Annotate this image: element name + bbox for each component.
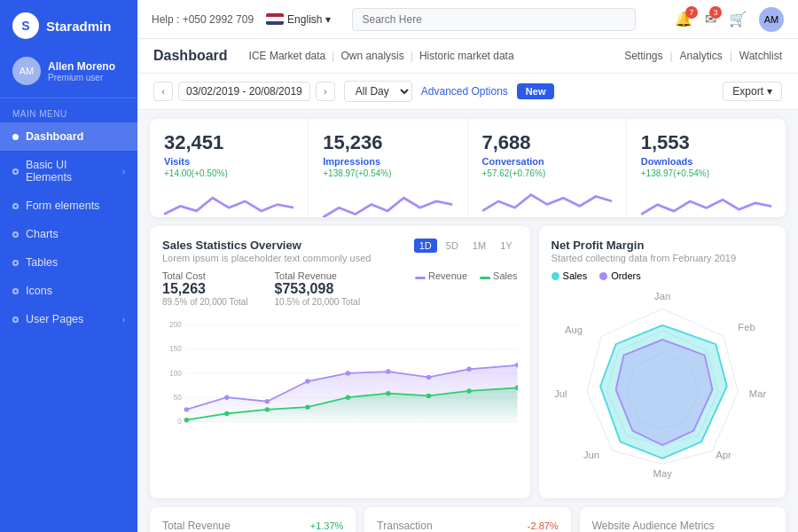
svg-text:50: 50: [174, 394, 183, 402]
cart-button[interactable]: 🛒: [729, 11, 747, 27]
prev-date-button[interactable]: ‹: [153, 82, 173, 101]
chevron-down-icon: ▾: [767, 85, 772, 98]
stat-change: +138.97(+0.54%): [323, 168, 452, 178]
sidebar-item-label: Form elements: [26, 200, 99, 212]
dashboard-actions: Settings | Analytics | Watchlist: [624, 50, 782, 62]
radar-sales-dot: [552, 272, 559, 280]
total-revenue-stat: Total Revenue $753,098 10.5% of 20,000 T…: [275, 270, 361, 307]
nav-icons: 🔔 7 ✉ 3 🛒 AM: [675, 7, 784, 32]
main-content: Help : +050 2992 709 English ▾ 🔔 7 ✉ 3 🛒…: [137, 0, 798, 532]
dashboard-tabs: ICE Market data | Own analysis | Histori…: [246, 48, 518, 64]
notification-badge: 7: [685, 6, 698, 19]
sparkline-svg: [641, 182, 771, 217]
menu-section-title: Main Menu: [0, 98, 137, 122]
stat-change: +57.62(+0.76%): [482, 168, 612, 178]
language-selector[interactable]: English ▾: [266, 13, 331, 26]
stat-change: +14.00(+0.50%): [164, 168, 293, 178]
period-1d[interactable]: 1D: [414, 239, 437, 253]
user-avatar-nav[interactable]: AM: [759, 7, 784, 32]
sidebar-item-dashboard[interactable]: Dashboard: [0, 122, 137, 151]
total-revenue-value: $753,098: [275, 281, 361, 297]
sidebar-item-charts[interactable]: Charts: [0, 220, 137, 248]
sidebar-item-form-elements[interactable]: Form elements: [0, 192, 137, 220]
sparkline-svg: [164, 182, 293, 217]
period-buttons: 1D 5D 1M 1Y: [414, 239, 518, 253]
analytics-link[interactable]: Analytics: [680, 50, 723, 62]
svg-point-11: [184, 407, 189, 411]
advanced-options-button[interactable]: Advanced Options: [421, 85, 508, 98]
stat-label: Visits: [164, 156, 293, 167]
stat-impressions: 15,236 Impressions +138.97(+0.54%): [309, 119, 467, 217]
time-filter-select[interactable]: All Day: [344, 81, 412, 102]
svg-point-23: [265, 407, 270, 411]
svg-point-16: [386, 369, 390, 373]
radar-orders-text: Orders: [611, 270, 641, 281]
sidebar-item-label: Charts: [26, 228, 59, 240]
svg-text:Apr: Apr: [716, 450, 732, 460]
search-input[interactable]: [352, 8, 636, 31]
sidebar-item-icons[interactable]: Icons: [0, 277, 137, 305]
menu-dot: [12, 317, 19, 323]
menu-dot: [12, 168, 19, 175]
svg-text:Jan: Jan: [654, 291, 670, 301]
watchlist-link[interactable]: Watchlist: [739, 50, 782, 62]
chevron-right-icon: ›: [122, 167, 125, 176]
mail-button[interactable]: ✉ 3: [705, 11, 716, 27]
sidebar-item-label: Icons: [26, 285, 52, 297]
sparkline-svg: [482, 182, 612, 217]
legend-sales: Sales: [480, 270, 518, 281]
next-date-button[interactable]: ›: [316, 82, 335, 101]
svg-text:Aug: Aug: [565, 325, 583, 335]
legend: Revenue Sales: [415, 270, 518, 281]
top-navbar: Help : +050 2992 709 English ▾ 🔔 7 ✉ 3 🛒…: [137, 0, 798, 39]
svg-point-17: [426, 375, 431, 379]
tab-ice-market[interactable]: ICE Market data: [246, 48, 330, 64]
svg-text:Jun: Jun: [583, 450, 599, 460]
period-5d[interactable]: 5D: [441, 239, 464, 253]
charts-row: Sales Statistics Overview Lorem ipsum is…: [137, 226, 798, 507]
language-label: English: [287, 13, 322, 26]
sidebar-item-user-pages[interactable]: User Pages ›: [0, 305, 137, 333]
period-1m[interactable]: 1M: [467, 239, 491, 253]
sparkline-visits: [164, 182, 293, 208]
card-title: Website Audience Metrics: [592, 520, 715, 532]
tab-own-analysis[interactable]: Own analysis: [337, 48, 407, 64]
page-title: Dashboard: [153, 48, 228, 64]
radar-sales-label: Sales: [552, 270, 588, 281]
sales-chart-card: Sales Statistics Overview Lorem ipsum is…: [150, 226, 530, 498]
sidebar-item-tables[interactable]: Tables: [0, 248, 137, 277]
menu-dot: [12, 260, 19, 266]
stat-label: Impressions: [323, 156, 452, 167]
chart-title: Sales Statistics Overview: [162, 239, 371, 252]
bottom-row: Total Revenue +1.37% 184.42K Transaction…: [137, 507, 798, 532]
radar-sales-text: Sales: [563, 270, 588, 281]
stat-downloads: 1,553 Downloads +138.97(+0.54%): [627, 119, 786, 217]
stat-label: Downloads: [641, 156, 771, 167]
export-button[interactable]: Export ▾: [723, 82, 782, 101]
stat-value: 7,688: [482, 131, 612, 154]
notification-button[interactable]: 🔔 7: [675, 11, 692, 27]
svg-text:200: 200: [169, 321, 182, 329]
sidebar-item-basic-ui[interactable]: Basic UI Elements ›: [0, 151, 137, 192]
total-revenue-sub: 10.5% of 20,000 Total: [275, 297, 361, 307]
settings-link[interactable]: Settings: [624, 50, 662, 62]
website-metrics-card: Website Audience Metrics 523,200 Page Vi…: [580, 507, 786, 532]
svg-point-27: [426, 394, 431, 398]
svg-point-26: [386, 391, 390, 395]
period-1y[interactable]: 1Y: [495, 239, 517, 253]
card-header: Transaction -2.87%: [377, 520, 558, 532]
total-cost-sub: 89.5% of 20,000 Total: [162, 297, 248, 307]
new-badge[interactable]: New: [517, 83, 555, 99]
stat-value: 15,236: [323, 131, 452, 154]
sparkline-conversation: [482, 182, 612, 208]
date-range-display: 03/02/2019 - 20/08/2019: [178, 82, 310, 101]
svg-point-14: [305, 379, 309, 383]
menu-dot: [12, 203, 19, 209]
radar-chart-svg: Jan Feb Mar Apr May Jun Jul Aug: [552, 286, 773, 486]
svg-text:Jul: Jul: [554, 388, 567, 399]
total-revenue-label: Total Revenue: [275, 270, 361, 281]
export-label: Export: [732, 85, 763, 98]
tab-historic[interactable]: Historic market data: [416, 48, 518, 64]
svg-point-12: [224, 395, 229, 399]
chevron-down-icon: ▾: [325, 13, 331, 26]
